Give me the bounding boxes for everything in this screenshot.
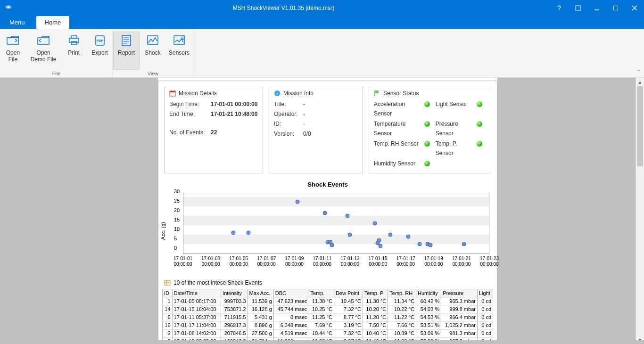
printer-icon <box>62 33 86 48</box>
table-row[interactable]: 1417-01-15 16:04:00753871.216.128 g45,74… <box>163 305 493 313</box>
stage-right-margin: ▲ ▼ <box>497 78 644 344</box>
maximize-button[interactable] <box>606 0 625 16</box>
chart-title: Shock Events <box>164 181 491 188</box>
mission-details-title: Mission Details <box>179 90 217 97</box>
scroll-up-button[interactable]: ▲ <box>636 78 644 86</box>
chart-point[interactable] <box>379 244 383 248</box>
pdf-icon: PDF <box>88 33 112 48</box>
chart-point[interactable] <box>388 233 392 237</box>
status-led <box>424 141 430 147</box>
column-header[interactable]: Dew Point <box>334 289 363 297</box>
column-header[interactable]: ID <box>163 289 173 297</box>
chart-point[interactable] <box>295 200 299 204</box>
scroll-down-button[interactable]: ▼ <box>636 336 644 344</box>
chart-plot[interactable]: 051015202530 <box>183 193 489 254</box>
stage-left-margin <box>0 78 158 344</box>
svg-rect-12 <box>122 35 131 46</box>
mission-details-panel: Mission Details Begin Time:17-01-01 00:0… <box>164 87 263 173</box>
table-row[interactable]: 117-01-05 08:17:00999703.311.539 g47,623… <box>163 297 493 305</box>
collapse-ribbon-button[interactable]: ⌃ <box>636 69 641 75</box>
table-icon <box>164 279 171 286</box>
info-icon: i <box>274 90 281 97</box>
menu-tab[interactable]: Menu <box>0 19 34 29</box>
shock-label: Shock <box>140 49 165 56</box>
chart-area: Shock Events Acc. (g) 051015202530 17-01… <box>158 179 497 271</box>
status-led <box>424 121 430 127</box>
svg-rect-26 <box>165 280 170 285</box>
chart-point[interactable] <box>462 242 466 246</box>
events-table: IDDate/TimeIntensityMax Acc.DBCTemp.Dew … <box>162 289 493 344</box>
calendar-icon <box>169 90 176 97</box>
chart-point[interactable] <box>373 221 377 226</box>
svg-rect-18 <box>174 36 184 44</box>
svg-text:i: i <box>277 91 278 96</box>
folder-open-icon <box>1 33 25 48</box>
chart-point[interactable] <box>406 235 411 239</box>
view-group-label: View <box>113 70 193 77</box>
title-bar: MSR ShockViewer V1.01.35 [demo.msr] ? <box>0 0 644 16</box>
scrollbar-thumb[interactable] <box>637 86 643 166</box>
restore-button[interactable] <box>569 0 587 16</box>
table-row[interactable]: 317-01-10 22:22:00169246.221.714 g11,986… <box>163 337 493 344</box>
home-tab[interactable]: Home <box>36 16 70 29</box>
document-stage: Mission Details Begin Time:17-01-01 00:0… <box>0 78 644 344</box>
minimize-button[interactable] <box>587 0 606 16</box>
chart-point[interactable] <box>429 243 433 247</box>
column-header[interactable]: DBC <box>273 289 309 297</box>
app-title: MSR ShockViewer V1.01.35 [demo.msr] <box>17 5 550 11</box>
open-demo-label: OpenDemo File <box>27 49 60 63</box>
chart-point[interactable] <box>417 242 421 246</box>
sensor-status-title: Sensor Status <box>383 90 419 97</box>
table-row[interactable]: 1617-01-17 11:04:00296917.38.896 g6,348 … <box>163 321 493 329</box>
open-file-button[interactable]: OpenFile <box>0 32 26 70</box>
report-icon <box>114 33 139 48</box>
column-header[interactable]: Max Acc. <box>248 289 273 297</box>
chart-point[interactable] <box>330 243 334 247</box>
column-header[interactable]: Humidity <box>416 289 441 297</box>
close-button[interactable] <box>625 0 644 16</box>
svg-point-1 <box>7 6 10 8</box>
status-led <box>477 121 482 127</box>
ribbon: OpenFile OpenDemo File Print PDF Export … <box>0 29 644 78</box>
print-button[interactable]: Print <box>61 32 87 70</box>
chart-point[interactable] <box>348 233 352 237</box>
report-button[interactable]: Report <box>113 32 140 70</box>
export-label: Export <box>88 49 112 56</box>
flag-icon <box>374 90 380 97</box>
column-header[interactable]: Date/Time <box>172 289 221 297</box>
vertical-scrollbar[interactable]: ▲ ▼ <box>636 78 644 344</box>
open-demo-button[interactable]: OpenDemo File <box>26 32 61 70</box>
chart-point[interactable] <box>247 231 251 235</box>
sensors-chart-icon <box>167 33 191 48</box>
svg-rect-4 <box>614 6 618 10</box>
help-button[interactable]: ? <box>550 0 569 16</box>
svg-rect-9 <box>71 41 77 45</box>
table-row[interactable]: 217-01-08 14:02:00207846.527.500 g4,519 … <box>163 329 493 337</box>
column-header[interactable]: Temp. P <box>363 289 388 297</box>
chart-point[interactable] <box>231 231 236 235</box>
sensors-button[interactable]: Sensors <box>166 32 192 70</box>
report-label: Report <box>114 49 139 56</box>
svg-rect-23 <box>170 91 175 92</box>
table-row[interactable]: 617-01-11 05:37:00711915.55.431 g0 msec1… <box>163 313 493 321</box>
chart-point[interactable] <box>323 211 327 215</box>
column-header[interactable]: Temp. <box>309 289 334 297</box>
svg-text:PDF: PDF <box>97 39 104 42</box>
table-caption: 10 of the most intese Shock Events <box>173 279 262 286</box>
status-led <box>424 101 430 107</box>
shock-chart-icon <box>140 33 165 48</box>
export-button[interactable]: PDF Export <box>87 32 113 70</box>
column-header[interactable]: Light <box>477 289 493 297</box>
chart-point[interactable] <box>345 214 349 218</box>
column-header[interactable]: Intensity <box>221 289 248 297</box>
report-document: Mission Details Begin Time:17-01-01 00:0… <box>158 81 497 341</box>
x-axis-labels: 17-01-0100:00:0017-01-0300:00:0017-01-05… <box>183 256 489 271</box>
sensors-label: Sensors <box>167 49 191 56</box>
column-header[interactable]: Pressure <box>441 289 478 297</box>
tab-bar: Menu Home <box>0 16 644 29</box>
column-header[interactable]: Temp. RH <box>388 289 416 297</box>
chart-point[interactable] <box>377 238 381 243</box>
status-led <box>477 101 482 107</box>
app-icon <box>0 3 17 12</box>
shock-button[interactable]: Shock <box>140 32 166 70</box>
